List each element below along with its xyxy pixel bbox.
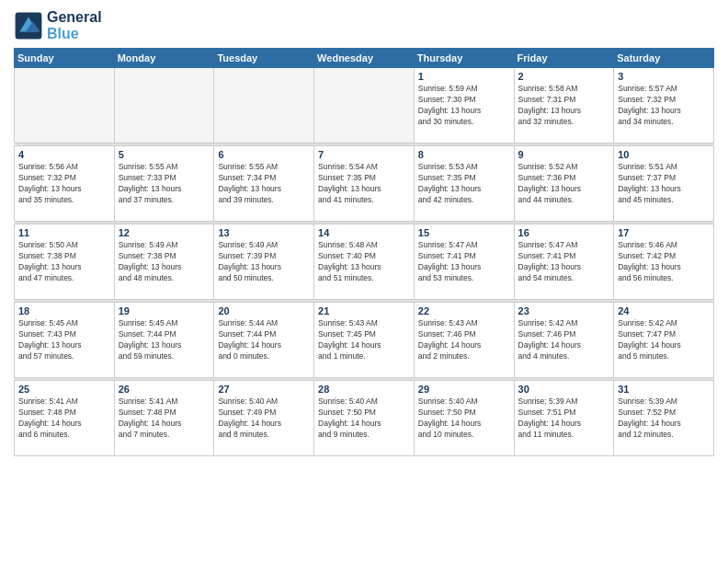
day-number: 28 bbox=[318, 384, 410, 395]
calendar-cell: 16Sunrise: 5:47 AM Sunset: 7:41 PM Dayli… bbox=[514, 224, 614, 300]
day-info: Sunrise: 5:57 AM Sunset: 7:32 PM Dayligh… bbox=[618, 84, 710, 128]
day-number: 4 bbox=[18, 149, 110, 160]
day-info: Sunrise: 5:39 AM Sunset: 7:52 PM Dayligh… bbox=[618, 396, 710, 441]
day-number: 17 bbox=[618, 227, 710, 238]
day-number: 12 bbox=[119, 227, 210, 238]
day-info: Sunrise: 5:47 AM Sunset: 7:41 PM Dayligh… bbox=[418, 240, 510, 284]
calendar-cell: 3Sunrise: 5:57 AM Sunset: 7:32 PM Daylig… bbox=[614, 68, 714, 144]
day-info: Sunrise: 5:50 AM Sunset: 7:38 PM Dayligh… bbox=[18, 240, 110, 284]
calendar-cell: 29Sunrise: 5:40 AM Sunset: 7:50 PM Dayli… bbox=[414, 381, 514, 456]
day-number: 11 bbox=[18, 227, 110, 238]
day-info: Sunrise: 5:45 AM Sunset: 7:43 PM Dayligh… bbox=[18, 318, 110, 362]
calendar-cell bbox=[214, 68, 314, 144]
day-number: 26 bbox=[119, 384, 210, 395]
calendar-cell: 20Sunrise: 5:44 AM Sunset: 7:44 PM Dayli… bbox=[214, 303, 314, 378]
weekday-header-saturday: Saturday bbox=[614, 49, 714, 68]
calendar-cell: 25Sunrise: 5:41 AM Sunset: 7:48 PM Dayli… bbox=[15, 381, 115, 456]
calendar-cell: 31Sunrise: 5:39 AM Sunset: 7:52 PM Dayli… bbox=[614, 381, 714, 456]
day-info: Sunrise: 5:48 AM Sunset: 7:40 PM Dayligh… bbox=[318, 240, 410, 284]
day-info: Sunrise: 5:47 AM Sunset: 7:41 PM Dayligh… bbox=[518, 240, 610, 284]
calendar-week-3: 11Sunrise: 5:50 AM Sunset: 7:38 PM Dayli… bbox=[15, 224, 714, 300]
day-info: Sunrise: 5:42 AM Sunset: 7:46 PM Dayligh… bbox=[518, 318, 610, 362]
calendar-cell: 6Sunrise: 5:55 AM Sunset: 7:34 PM Daylig… bbox=[214, 146, 314, 222]
calendar-cell bbox=[15, 68, 115, 144]
day-info: Sunrise: 5:51 AM Sunset: 7:37 PM Dayligh… bbox=[618, 162, 710, 206]
calendar-cell: 12Sunrise: 5:49 AM Sunset: 7:38 PM Dayli… bbox=[114, 224, 214, 300]
calendar-cell: 22Sunrise: 5:43 AM Sunset: 7:46 PM Dayli… bbox=[414, 303, 514, 378]
day-number: 6 bbox=[218, 149, 310, 160]
weekday-header-wednesday: Wednesday bbox=[314, 49, 415, 68]
day-info: Sunrise: 5:54 AM Sunset: 7:35 PM Dayligh… bbox=[318, 162, 410, 206]
calendar-cell: 11Sunrise: 5:50 AM Sunset: 7:38 PM Dayli… bbox=[15, 224, 115, 300]
header: General Blue bbox=[14, 9, 714, 42]
calendar-cell: 18Sunrise: 5:45 AM Sunset: 7:43 PM Dayli… bbox=[15, 303, 115, 378]
day-number: 24 bbox=[618, 305, 710, 316]
day-number: 3 bbox=[618, 71, 710, 82]
day-number: 10 bbox=[618, 149, 710, 160]
day-number: 21 bbox=[318, 305, 410, 316]
day-info: Sunrise: 5:40 AM Sunset: 7:49 PM Dayligh… bbox=[218, 396, 310, 441]
day-number: 9 bbox=[518, 149, 610, 160]
calendar-cell: 27Sunrise: 5:40 AM Sunset: 7:49 PM Dayli… bbox=[214, 381, 314, 456]
day-number: 30 bbox=[518, 384, 610, 395]
day-info: Sunrise: 5:53 AM Sunset: 7:35 PM Dayligh… bbox=[418, 162, 510, 206]
day-number: 8 bbox=[418, 149, 510, 160]
day-info: Sunrise: 5:40 AM Sunset: 7:50 PM Dayligh… bbox=[318, 396, 410, 441]
calendar-week-1: 1Sunrise: 5:59 AM Sunset: 7:30 PM Daylig… bbox=[15, 68, 714, 144]
calendar-cell: 4Sunrise: 5:56 AM Sunset: 7:32 PM Daylig… bbox=[15, 146, 115, 222]
day-info: Sunrise: 5:49 AM Sunset: 7:39 PM Dayligh… bbox=[218, 240, 310, 284]
day-number: 15 bbox=[418, 227, 510, 238]
day-info: Sunrise: 5:46 AM Sunset: 7:42 PM Dayligh… bbox=[618, 240, 710, 284]
day-number: 16 bbox=[518, 227, 610, 238]
calendar-cell: 19Sunrise: 5:45 AM Sunset: 7:44 PM Dayli… bbox=[114, 303, 214, 378]
calendar-cell: 2Sunrise: 5:58 AM Sunset: 7:31 PM Daylig… bbox=[514, 68, 614, 144]
weekday-header-row: SundayMondayTuesdayWednesdayThursdayFrid… bbox=[15, 49, 714, 68]
day-number: 18 bbox=[18, 305, 110, 316]
calendar-cell: 23Sunrise: 5:42 AM Sunset: 7:46 PM Dayli… bbox=[514, 303, 614, 378]
calendar-cell: 15Sunrise: 5:47 AM Sunset: 7:41 PM Dayli… bbox=[414, 224, 514, 300]
calendar-week-4: 18Sunrise: 5:45 AM Sunset: 7:43 PM Dayli… bbox=[15, 303, 714, 378]
day-number: 1 bbox=[418, 71, 510, 82]
calendar-cell: 7Sunrise: 5:54 AM Sunset: 7:35 PM Daylig… bbox=[314, 146, 415, 222]
day-number: 2 bbox=[518, 71, 610, 82]
calendar-cell bbox=[114, 68, 214, 144]
day-info: Sunrise: 5:55 AM Sunset: 7:33 PM Dayligh… bbox=[119, 162, 210, 206]
logo: General Blue bbox=[14, 9, 102, 42]
day-info: Sunrise: 5:42 AM Sunset: 7:47 PM Dayligh… bbox=[618, 318, 710, 362]
day-info: Sunrise: 5:56 AM Sunset: 7:32 PM Dayligh… bbox=[18, 162, 110, 206]
day-info: Sunrise: 5:43 AM Sunset: 7:45 PM Dayligh… bbox=[318, 318, 410, 362]
day-number: 29 bbox=[418, 384, 510, 395]
calendar-cell: 21Sunrise: 5:43 AM Sunset: 7:45 PM Dayli… bbox=[314, 303, 415, 378]
weekday-header-tuesday: Tuesday bbox=[214, 49, 314, 68]
day-info: Sunrise: 5:40 AM Sunset: 7:50 PM Dayligh… bbox=[418, 396, 510, 441]
day-info: Sunrise: 5:43 AM Sunset: 7:46 PM Dayligh… bbox=[418, 318, 510, 362]
logo-text: General Blue bbox=[47, 9, 102, 42]
logo-icon bbox=[14, 11, 43, 40]
day-info: Sunrise: 5:52 AM Sunset: 7:36 PM Dayligh… bbox=[518, 162, 610, 206]
calendar-cell: 1Sunrise: 5:59 AM Sunset: 7:30 PM Daylig… bbox=[414, 68, 514, 144]
day-number: 20 bbox=[218, 305, 310, 316]
calendar-week-5: 25Sunrise: 5:41 AM Sunset: 7:48 PM Dayli… bbox=[15, 381, 714, 456]
day-info: Sunrise: 5:49 AM Sunset: 7:38 PM Dayligh… bbox=[119, 240, 210, 284]
weekday-header-thursday: Thursday bbox=[414, 49, 514, 68]
day-info: Sunrise: 5:55 AM Sunset: 7:34 PM Dayligh… bbox=[218, 162, 310, 206]
day-number: 13 bbox=[218, 227, 310, 238]
calendar-cell: 30Sunrise: 5:39 AM Sunset: 7:51 PM Dayli… bbox=[514, 381, 614, 456]
day-number: 23 bbox=[518, 305, 610, 316]
calendar-cell: 26Sunrise: 5:41 AM Sunset: 7:48 PM Dayli… bbox=[114, 381, 214, 456]
calendar-cell: 17Sunrise: 5:46 AM Sunset: 7:42 PM Dayli… bbox=[614, 224, 714, 300]
day-info: Sunrise: 5:45 AM Sunset: 7:44 PM Dayligh… bbox=[119, 318, 210, 362]
day-info: Sunrise: 5:41 AM Sunset: 7:48 PM Dayligh… bbox=[119, 396, 210, 441]
calendar-week-2: 4Sunrise: 5:56 AM Sunset: 7:32 PM Daylig… bbox=[15, 146, 714, 222]
calendar-cell: 8Sunrise: 5:53 AM Sunset: 7:35 PM Daylig… bbox=[414, 146, 514, 222]
weekday-header-sunday: Sunday bbox=[15, 49, 115, 68]
page: General Blue SundayMondayTuesdayWednesda… bbox=[0, 0, 728, 563]
calendar-cell: 10Sunrise: 5:51 AM Sunset: 7:37 PM Dayli… bbox=[614, 146, 714, 222]
calendar-cell: 24Sunrise: 5:42 AM Sunset: 7:47 PM Dayli… bbox=[614, 303, 714, 378]
calendar-cell: 13Sunrise: 5:49 AM Sunset: 7:39 PM Dayli… bbox=[214, 224, 314, 300]
day-info: Sunrise: 5:58 AM Sunset: 7:31 PM Dayligh… bbox=[518, 84, 610, 128]
day-info: Sunrise: 5:59 AM Sunset: 7:30 PM Dayligh… bbox=[418, 84, 510, 128]
day-number: 5 bbox=[119, 149, 210, 160]
weekday-header-monday: Monday bbox=[114, 49, 214, 68]
day-info: Sunrise: 5:44 AM Sunset: 7:44 PM Dayligh… bbox=[218, 318, 310, 362]
